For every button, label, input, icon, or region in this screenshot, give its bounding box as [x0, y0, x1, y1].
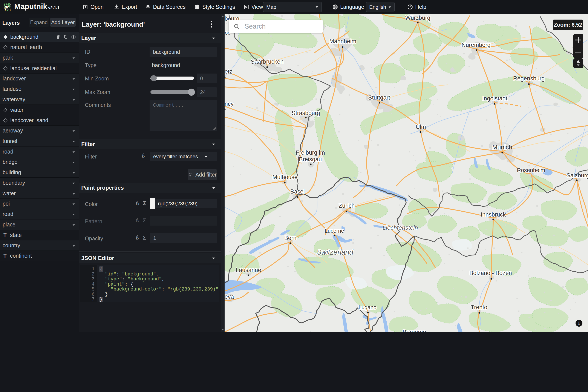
- svg-text:Mannheim: Mannheim: [329, 38, 356, 44]
- svg-text:Salzburg: Salzburg: [567, 172, 588, 179]
- svg-text:Munich: Munich: [492, 144, 512, 151]
- svg-text:Bolzano - Bozen: Bolzano - Bozen: [469, 270, 512, 276]
- svg-text:Ulm: Ulm: [416, 124, 426, 130]
- svg-text:Rosenheim: Rosenheim: [517, 167, 545, 173]
- svg-text:etz: etz: [225, 68, 232, 75]
- svg-text:Würzburg: Würzburg: [405, 14, 430, 21]
- svg-text:Innsbruck: Innsbruck: [481, 211, 506, 218]
- svg-text:Ingolstadt: Ingolstadt: [482, 95, 507, 102]
- svg-text:eva: eva: [225, 294, 234, 300]
- svg-text:Breisgau: Breisgau: [299, 156, 322, 162]
- svg-text:Strasbourg: Strasbourg: [292, 110, 320, 116]
- svg-text:Stuttgart: Stuttgart: [368, 94, 390, 101]
- svg-text:ncy: ncy: [225, 101, 234, 107]
- svg-text:Basel: Basel: [290, 188, 305, 195]
- svg-text:Regensburg: Regensburg: [513, 75, 545, 82]
- svg-text:Saarbrücken: Saarbrücken: [251, 58, 284, 65]
- svg-text:Nuremberg: Nuremberg: [461, 42, 490, 48]
- svg-text:Bern: Bern: [284, 235, 296, 241]
- svg-text:Lugano: Lugano: [358, 304, 376, 310]
- svg-text:Lausanne: Lausanne: [236, 267, 261, 273]
- svg-text:Liechtenstein: Liechtenstein: [382, 224, 418, 231]
- svg-text:Mulhouse: Mulhouse: [272, 174, 297, 180]
- svg-text:Switzerland: Switzerland: [316, 248, 353, 256]
- svg-text:Trento: Trento: [471, 304, 487, 310]
- svg-text:Bergamo: Bergamo: [402, 329, 426, 332]
- svg-text:Lucerne: Lucerne: [325, 228, 344, 234]
- svg-text:Zurich: Zurich: [338, 202, 355, 209]
- svg-text:Freiburg im: Freiburg im: [296, 150, 325, 156]
